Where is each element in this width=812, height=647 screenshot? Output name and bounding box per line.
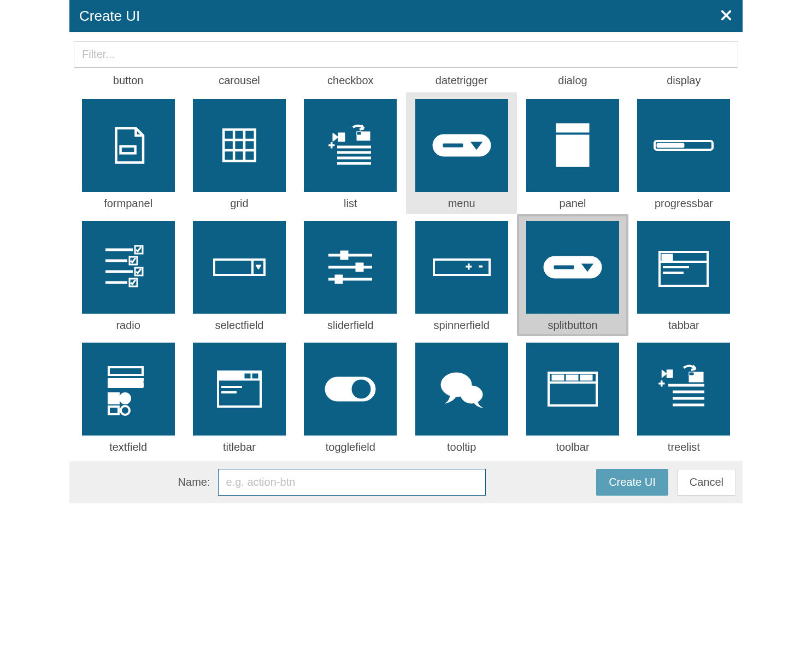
svg-point-50 [121,406,130,415]
svg-rect-34 [335,275,343,284]
tile-toolbar[interactable]: toolbar [517,336,628,458]
tile-label: toolbar [556,441,589,454]
svg-point-58 [351,379,371,399]
tile-label-carousel[interactable]: carousel [184,71,295,92]
tile-progressbar[interactable]: progressbar [628,92,739,214]
svg-rect-15 [556,123,589,132]
partial-label-row: button carousel checkbox datetrigger dia… [72,68,740,92]
filter-input[interactable] [74,41,738,68]
svg-rect-47 [109,393,119,403]
tile-treelist[interactable]: + treelist [628,336,739,458]
dialog-body: button carousel checkbox datetrigger dia… [69,32,743,458]
name-field-group: Name: [76,469,587,496]
svg-rect-39 [554,265,574,269]
tile-sliderfield[interactable]: sliderfield [295,214,406,336]
selectfield-icon [193,221,286,314]
close-icon [720,9,732,23]
name-input[interactable] [218,469,486,496]
tile-label: panel [560,197,586,210]
svg-rect-32 [356,263,363,272]
tile-label: togglefield [326,441,375,454]
radio-icon [82,221,175,314]
tile-formpanel[interactable]: formpanel [73,92,184,214]
tile-tabbar[interactable]: tabbar [628,214,739,336]
svg-text:+: + [658,378,665,390]
svg-rect-65 [580,375,592,380]
svg-rect-1 [223,130,255,161]
tile-label-datetrigger[interactable]: datetrigger [406,71,517,92]
svg-rect-18 [657,143,684,148]
tile-grid[interactable]: grid [184,92,295,214]
list-icon: + [304,99,397,192]
tile-label: list [344,197,357,210]
tile-label: splitbutton [548,319,597,332]
cancel-button[interactable]: Cancel [677,469,736,496]
svg-text:-: - [479,258,483,272]
tile-label: spinnerfield [434,319,490,332]
panel-icon [526,99,619,192]
tile-tooltip[interactable]: tooltip [406,336,517,458]
progressbar-icon [637,99,730,192]
treelist-icon: + [637,343,730,436]
textfield-icon [82,343,175,436]
tile-splitbutton[interactable]: splitbutton [517,214,628,336]
sliderfield-icon [304,221,397,314]
svg-rect-16 [556,135,589,167]
component-grid: formpanel grid + list [72,92,740,458]
dialog-footer: Name: Create UI Cancel [69,461,743,503]
tile-label: textfield [109,441,147,454]
svg-rect-0 [120,146,135,154]
tile-label: titlebar [223,441,256,454]
svg-rect-54 [252,373,258,379]
svg-rect-14 [443,143,463,148]
svg-rect-49 [109,407,119,414]
svg-point-48 [120,393,130,403]
svg-text:+: + [328,139,335,151]
tile-list[interactable]: + list [295,92,406,214]
tabbar-icon [637,221,730,314]
tile-label: tabbar [668,319,699,332]
tile-label: menu [448,197,475,210]
svg-rect-45 [109,367,143,375]
menu-icon [415,99,508,192]
tile-label: progressbar [655,197,713,210]
svg-rect-63 [552,375,564,380]
titlebar-icon [193,343,286,436]
svg-rect-30 [340,251,348,260]
tile-titlebar[interactable]: titlebar [184,336,295,458]
spinnerfield-icon: + - [415,221,508,314]
dialog-header: Create UI [69,0,743,32]
tile-label: tooltip [447,441,476,454]
formpanel-icon [82,99,175,192]
tile-label-button[interactable]: button [73,71,184,92]
tile-textfield[interactable]: textfield [73,336,184,458]
svg-rect-64 [566,375,578,380]
svg-rect-41 [662,254,673,261]
grid-icon [193,99,286,192]
tile-label-display[interactable]: display [628,71,739,92]
svg-rect-7 [357,132,361,135]
svg-rect-53 [244,373,251,379]
tile-label-checkbox[interactable]: checkbox [295,71,406,92]
tile-label: formpanel [104,197,152,210]
tile-togglefield[interactable]: togglefield [295,336,406,458]
create-ui-button[interactable]: Create UI [596,469,668,496]
tile-label: selectfield [215,319,264,332]
tile-label: treelist [668,441,700,454]
tile-label: radio [116,319,140,332]
svg-rect-27 [214,260,252,275]
tile-label-dialog[interactable]: dialog [517,71,628,92]
tile-selectfield[interactable]: selectfield [184,214,295,336]
create-ui-dialog: Create UI button carousel checkbox datet… [69,0,743,503]
tile-menu[interactable]: menu [406,92,517,214]
tile-radio[interactable]: radio [73,214,184,336]
dialog-title: Create UI [79,8,140,25]
toolbar-icon [526,343,619,436]
tooltip-icon [415,343,508,436]
close-button[interactable] [720,10,733,23]
svg-rect-67 [689,372,694,375]
svg-text:+: + [466,261,472,273]
tile-panel[interactable]: panel [517,92,628,214]
tile-label: grid [230,197,248,210]
tile-spinnerfield[interactable]: + - spinnerfield [406,214,517,336]
